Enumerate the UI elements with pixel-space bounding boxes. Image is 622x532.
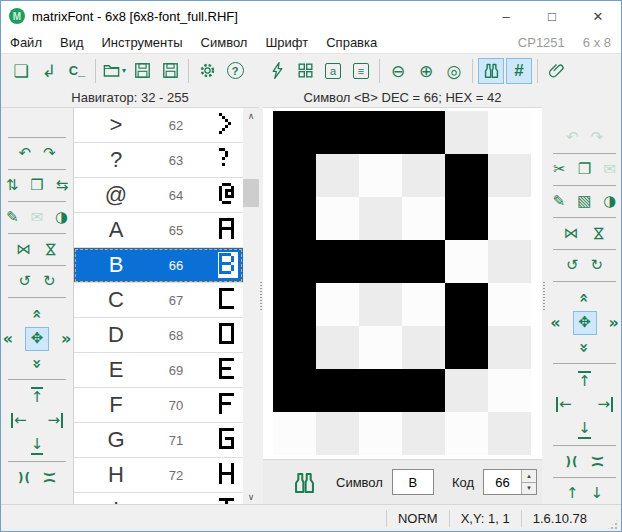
right-squeeze-horizontal-button-icon[interactable]: )( xyxy=(566,456,579,468)
left-shift-down-button-icon[interactable]: » xyxy=(29,358,45,368)
import-button[interactable]: ↲ xyxy=(36,58,62,84)
list-scrollbar[interactable]: ∧ ∨ xyxy=(243,108,259,504)
pixel-cell[interactable] xyxy=(316,369,359,412)
pixel-cell[interactable] xyxy=(359,326,402,369)
char-row-73[interactable]: I73 xyxy=(74,493,243,504)
pixel-cell[interactable] xyxy=(359,369,402,412)
char-row-66[interactable]: B66 xyxy=(74,248,243,283)
right-clear-button-icon[interactable]: ✎ xyxy=(553,194,566,209)
menu-help[interactable]: Справка xyxy=(317,31,386,53)
left-redo-button-icon[interactable]: ↷ xyxy=(43,146,56,161)
left-splitter[interactable] xyxy=(259,87,263,504)
right-prev-char-button-icon[interactable]: ↑ xyxy=(566,486,579,501)
preview-char-button[interactable]: a xyxy=(320,58,346,84)
pixel-cell[interactable] xyxy=(316,326,359,369)
pixel-cell[interactable] xyxy=(402,240,445,283)
save-button[interactable] xyxy=(129,58,155,84)
save-as-button[interactable] xyxy=(157,58,183,84)
char-row-68[interactable]: D68 xyxy=(74,318,243,353)
right-shift-down-button-icon[interactable]: » xyxy=(577,342,593,352)
pixel-cell[interactable] xyxy=(445,154,488,197)
char-row-70[interactable]: F70 xyxy=(74,388,243,423)
right-next-char-button-icon[interactable]: ↓ xyxy=(591,486,604,501)
char-row-69[interactable]: E69 xyxy=(74,353,243,388)
spin-down-icon[interactable]: ▼ xyxy=(522,483,536,495)
right-invert-button-icon[interactable]: ◑ xyxy=(603,194,616,209)
code-spinner[interactable]: 66 ▲ ▼ xyxy=(483,469,537,495)
pixel-cell[interactable] xyxy=(402,412,445,455)
right-rotate-right-button-icon[interactable]: ↻ xyxy=(591,258,604,273)
scroll-up-icon[interactable]: ∧ xyxy=(243,108,259,123)
right-align-left-button-icon[interactable]: ← xyxy=(556,397,572,412)
menu-file[interactable]: Файл xyxy=(1,31,51,53)
left-clear-button-icon[interactable]: ✎ xyxy=(6,210,19,225)
minimize-button[interactable]: – xyxy=(483,1,529,31)
right-flip-horizontal-button-icon[interactable]: ⋈ xyxy=(564,226,579,241)
right-shift-left-button-icon[interactable]: « xyxy=(550,315,560,331)
pixel-cell[interactable] xyxy=(316,412,359,455)
pixel-cell[interactable] xyxy=(316,197,359,240)
pixel-cell[interactable] xyxy=(316,240,359,283)
right-rotate-left-button-icon[interactable]: ↺ xyxy=(566,258,579,273)
resize-grip[interactable] xyxy=(606,518,619,531)
link-button[interactable] xyxy=(543,58,569,84)
scroll-down-icon[interactable]: ∨ xyxy=(243,489,259,504)
char-row-72[interactable]: H72 xyxy=(74,458,243,493)
pixel-cell[interactable] xyxy=(273,326,316,369)
pixel-cell[interactable] xyxy=(445,283,488,326)
open-button[interactable]: ▾ xyxy=(101,58,127,84)
left-crop-button-icon[interactable]: ❒ xyxy=(30,178,43,193)
right-shift-up-button-icon[interactable]: « xyxy=(577,292,593,302)
char-row-63[interactable]: ?63 xyxy=(74,143,243,178)
pixel-cell[interactable] xyxy=(402,326,445,369)
char-row-71[interactable]: G71 xyxy=(74,423,243,458)
code-list-button[interactable]: ≡ xyxy=(348,58,374,84)
pixel-cell[interactable] xyxy=(402,154,445,197)
pixel-cell[interactable] xyxy=(273,197,316,240)
right-splitter[interactable] xyxy=(542,87,546,504)
pixel-cell[interactable] xyxy=(359,154,402,197)
zoom-fit-button[interactable]: ◎ xyxy=(441,58,467,84)
left-align-top-button-icon[interactable]: ↑ xyxy=(31,387,44,405)
pixel-cell[interactable] xyxy=(402,111,445,154)
menu-font[interactable]: Шрифт xyxy=(256,31,317,53)
char-row-62[interactable]: >62 xyxy=(74,108,243,143)
pixel-cell[interactable] xyxy=(402,283,445,326)
left-align-bottom-button-icon[interactable]: ↓ xyxy=(31,437,44,455)
left-shift-right-button-icon[interactable]: » xyxy=(61,331,71,347)
grid-toggle-button[interactable]: # xyxy=(506,58,532,84)
pixel-cell[interactable] xyxy=(316,111,359,154)
navigator-toggle-button[interactable] xyxy=(478,58,504,84)
new-font-button[interactable]: ❏ xyxy=(8,58,34,84)
pixel-cell[interactable] xyxy=(488,197,531,240)
left-invert-button-icon[interactable]: ◑ xyxy=(55,210,68,225)
right-import-image-button-icon[interactable]: ▧ xyxy=(577,194,591,209)
pixel-cell[interactable] xyxy=(445,240,488,283)
export-c-code-button[interactable]: C_ xyxy=(64,58,90,84)
pixel-cell[interactable] xyxy=(359,197,402,240)
right-flip-vertical-button-icon[interactable]: ⋈ xyxy=(591,226,606,241)
left-rotate-right-button-icon[interactable]: ↻ xyxy=(43,274,56,289)
pixel-cell[interactable] xyxy=(359,240,402,283)
pixel-cell[interactable] xyxy=(359,283,402,326)
left-undo-button-icon[interactable]: ↶ xyxy=(18,146,31,161)
left-flip-horizontal-button-icon[interactable]: ⋈ xyxy=(16,242,31,257)
pixel-cell[interactable] xyxy=(488,240,531,283)
pixel-cell[interactable] xyxy=(488,326,531,369)
scrollbar-track[interactable] xyxy=(243,123,259,489)
right-cut-button-icon[interactable]: ✂ xyxy=(553,162,566,177)
pixel-cell[interactable] xyxy=(488,412,531,455)
code-value[interactable]: 66 xyxy=(484,470,521,494)
pixel-cell[interactable] xyxy=(359,111,402,154)
help-button[interactable]: ? xyxy=(222,58,248,84)
left-rotate-left-button-icon[interactable]: ↺ xyxy=(18,274,31,289)
pixel-cell[interactable] xyxy=(488,283,531,326)
pixel-grid[interactable] xyxy=(273,111,531,455)
left-font-width-button-icon[interactable]: ⇆ xyxy=(56,178,69,193)
optimize-button[interactable] xyxy=(264,58,290,84)
right-copy-button-icon[interactable]: ❐ xyxy=(578,162,591,177)
char-row-67[interactable]: C67 xyxy=(74,283,243,318)
pixel-cell[interactable] xyxy=(488,111,531,154)
pixel-cell[interactable] xyxy=(445,369,488,412)
symbol-input[interactable]: B xyxy=(392,469,434,495)
